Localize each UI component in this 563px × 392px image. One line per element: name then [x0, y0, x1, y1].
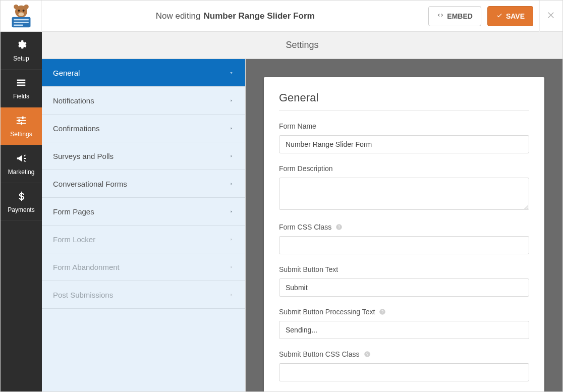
form-name-input[interactable] [279, 135, 529, 153]
chevron-right-icon [229, 96, 234, 105]
svg-point-1 [14, 4, 18, 9]
form-title: Number Range Slider Form [204, 11, 315, 21]
svg-rect-18 [21, 122, 22, 125]
field-submit-processing: Submit Button Processing Text ? [279, 308, 529, 339]
svg-rect-10 [17, 79, 26, 81]
embed-label: EMBED [447, 12, 473, 20]
chevron-right-icon [229, 291, 234, 299]
settings-item-form-pages[interactable]: Form Pages [42, 198, 245, 226]
code-icon [437, 12, 444, 20]
svg-rect-12 [17, 84, 26, 86]
svg-point-5 [18, 12, 24, 16]
settings-subheader: Settings [42, 32, 562, 59]
settings-item-form-locker[interactable]: Form Locker [42, 226, 245, 253]
settings-item-conversational[interactable]: Conversational Forms [42, 170, 245, 198]
dollar-icon [16, 191, 27, 203]
field-submit-text: Submit Button Text [279, 265, 529, 297]
field-label: Form Description [279, 164, 333, 173]
svg-rect-8 [14, 22, 29, 23]
settings-item-label: Surveys and Polls [53, 152, 114, 160]
svg-rect-9 [14, 24, 23, 26]
svg-point-2 [24, 4, 28, 9]
gear-icon [16, 39, 27, 52]
nav-payments[interactable]: Payments [1, 183, 42, 221]
help-icon[interactable]: ? [335, 223, 343, 231]
field-label: Submit Button CSS Class [279, 350, 360, 358]
help-icon[interactable]: ? [379, 308, 386, 315]
left-nav: Setup Fields Settings Marketing Payments [1, 32, 42, 391]
check-icon [496, 12, 503, 20]
close-button[interactable] [539, 1, 562, 32]
svg-text:?: ? [381, 310, 384, 314]
form-css-class-input[interactable] [279, 236, 529, 254]
svg-rect-15 [17, 120, 26, 121]
svg-rect-11 [17, 82, 26, 83]
svg-text:?: ? [338, 225, 341, 230]
help-icon[interactable]: ? [364, 351, 371, 358]
nav-label: Settings [10, 131, 32, 138]
nav-label: Fields [13, 93, 29, 100]
settings-item-label: Form Abandonment [53, 263, 120, 271]
app-logo [1, 1, 42, 32]
megaphone-icon [16, 153, 27, 165]
canvas-area: General Form Name Form Description Form … [246, 59, 562, 391]
embed-button[interactable]: EMBED [428, 6, 481, 26]
settings-item-form-abandonment[interactable]: Form Abandonment [42, 253, 245, 281]
field-form-css-class: Form CSS Class ? [279, 223, 529, 254]
chevron-right-icon [229, 235, 234, 244]
chevron-right-icon [229, 207, 234, 216]
field-label: Form CSS Class [279, 223, 331, 231]
page-title: Now editing Number Range Slider Form [42, 11, 428, 21]
settings-item-label: Post Submissions [53, 291, 113, 299]
settings-item-confirmations[interactable]: Confirmations [42, 115, 245, 142]
svg-rect-16 [19, 119, 20, 122]
settings-panel-general: General Form Name Form Description Form … [264, 77, 544, 391]
field-label: Form Name [279, 122, 316, 130]
chevron-right-icon [229, 152, 234, 160]
subheader-title: Settings [286, 40, 318, 50]
nav-label: Marketing [8, 169, 35, 176]
nav-label: Setup [13, 55, 29, 62]
field-submit-css: Submit Button CSS Class ? [279, 350, 529, 381]
form-description-input[interactable] [279, 178, 529, 210]
chevron-right-icon [229, 263, 234, 271]
chevron-down-icon [229, 69, 234, 77]
save-button[interactable]: SAVE [487, 6, 533, 26]
field-label: Submit Button Processing Text [279, 308, 375, 316]
settings-list: General Notifications Confirmations Surv… [42, 59, 246, 391]
nav-label: Payments [8, 206, 34, 213]
settings-item-label: Form Locker [53, 235, 95, 244]
nav-setup[interactable]: Setup [1, 32, 42, 70]
nav-marketing[interactable]: Marketing [1, 145, 42, 183]
submit-processing-input[interactable] [279, 321, 529, 339]
submit-css-input[interactable] [279, 363, 529, 381]
editing-prefix: Now editing [156, 11, 201, 21]
top-bar: Now editing Number Range Slider Form EMB… [1, 1, 562, 32]
settings-item-surveys[interactable]: Surveys and Polls [42, 142, 245, 170]
settings-item-notifications[interactable]: Notifications [42, 87, 245, 115]
svg-rect-7 [14, 19, 29, 20]
field-form-name: Form Name [279, 122, 529, 153]
nav-fields[interactable]: Fields [1, 70, 42, 107]
chevron-right-icon [229, 180, 234, 188]
settings-item-label: Conversational Forms [53, 180, 127, 188]
list-icon [16, 77, 27, 90]
field-label: Submit Button Text [279, 265, 338, 273]
settings-item-label: Confirmations [53, 124, 100, 133]
settings-item-label: Form Pages [53, 207, 94, 216]
nav-settings[interactable]: Settings [1, 107, 42, 145]
svg-text:?: ? [366, 352, 368, 357]
close-icon [547, 11, 556, 22]
settings-item-general[interactable]: General [42, 59, 245, 87]
svg-point-3 [18, 9, 20, 11]
submit-text-input[interactable] [279, 278, 529, 297]
top-actions: EMBED SAVE [428, 6, 539, 26]
field-form-description: Form Description [279, 164, 529, 212]
svg-point-4 [22, 9, 24, 11]
panel-heading: General [279, 91, 529, 111]
sliders-icon [16, 115, 27, 128]
svg-rect-14 [22, 116, 24, 119]
svg-rect-13 [17, 117, 26, 118]
settings-item-post-submissions[interactable]: Post Submissions [42, 281, 245, 309]
chevron-right-icon [229, 124, 234, 133]
